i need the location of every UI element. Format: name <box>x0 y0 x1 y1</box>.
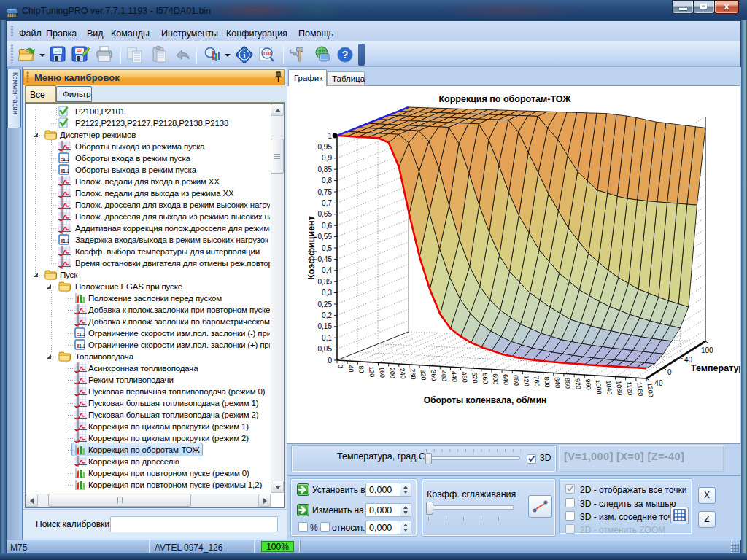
svg-text:1120: 1120 <box>625 381 634 396</box>
svg-text:560: 560 <box>481 373 489 384</box>
svg-text:0,5: 0,5 <box>322 244 332 252</box>
svg-text:?: ? <box>342 49 349 61</box>
svg-text:0,85: 0,85 <box>318 166 333 174</box>
svg-text:720: 720 <box>522 375 530 386</box>
svg-text:360: 360 <box>430 370 438 381</box>
svg-text:0,2: 0,2 <box>322 311 332 319</box>
svg-text:Температура: Температура <box>691 363 740 373</box>
svg-text:0: 0 <box>337 364 344 368</box>
svg-text:200: 200 <box>388 368 396 379</box>
svg-text:1.2: 1.2 <box>79 343 85 349</box>
svg-text:0,45: 0,45 <box>318 255 333 263</box>
svg-text:160: 160 <box>378 367 386 378</box>
svg-text:0,65: 0,65 <box>318 210 333 218</box>
svg-text:0,75: 0,75 <box>318 188 333 196</box>
svg-text:0,05: 0,05 <box>318 345 333 353</box>
svg-text:80: 80 <box>357 365 365 373</box>
svg-text:0,9: 0,9 <box>322 154 332 162</box>
svg-text:880: 880 <box>563 378 571 389</box>
svg-text:0,3: 0,3 <box>322 289 332 297</box>
svg-text:0,25: 0,25 <box>318 300 333 308</box>
svg-text:1: 1 <box>328 132 332 140</box>
svg-text:0,15: 0,15 <box>318 322 333 330</box>
svg-text:1160: 1160 <box>635 382 644 397</box>
svg-text:520: 520 <box>471 372 479 384</box>
svg-text:1.2: 1.2 <box>63 168 69 174</box>
svg-text:440: 440 <box>450 371 458 383</box>
svg-text:760: 760 <box>533 376 541 387</box>
svg-text:40: 40 <box>347 365 355 373</box>
svg-text:1.2: 1.2 <box>79 331 85 338</box>
svg-text:800: 800 <box>543 376 551 388</box>
svg-text:0: 0 <box>328 357 332 365</box>
svg-text:480: 480 <box>460 371 468 383</box>
svg-text:0,7: 0,7 <box>322 199 332 207</box>
svg-text:0,4: 0,4 <box>322 266 332 274</box>
svg-text:0,35: 0,35 <box>318 278 333 286</box>
svg-text:110: 110 <box>263 51 271 56</box>
svg-text:1.2: 1.2 <box>63 156 69 163</box>
svg-text:0: 0 <box>667 368 672 376</box>
svg-text:0,1: 0,1 <box>322 334 332 342</box>
svg-text:1040: 1040 <box>605 380 614 395</box>
svg-text:400: 400 <box>440 370 448 382</box>
svg-text:100: 100 <box>701 346 713 354</box>
svg-text:640: 640 <box>502 374 510 386</box>
svg-text:600: 600 <box>492 373 500 385</box>
svg-text:Коррекция по оборотам-ТОЖ: Коррекция по оборотам-ТОЖ <box>438 94 571 104</box>
svg-text:840: 840 <box>553 377 561 389</box>
svg-text:320: 320 <box>419 369 427 381</box>
svg-text:Коэффициент: Коэффициент <box>306 216 317 280</box>
svg-text:680: 680 <box>512 375 520 386</box>
svg-text:0,6: 0,6 <box>322 222 332 230</box>
svg-text:1000: 1000 <box>595 379 603 394</box>
svg-text:0,55: 0,55 <box>318 233 333 241</box>
svg-text:0,95: 0,95 <box>318 143 333 151</box>
svg-text:0,8: 0,8 <box>322 176 332 184</box>
svg-text:120: 120 <box>368 366 376 378</box>
svg-text:280: 280 <box>409 368 417 380</box>
svg-text:-40: -40 <box>652 379 663 387</box>
svg-text:960: 960 <box>584 378 592 390</box>
svg-text:920: 920 <box>574 378 582 390</box>
svg-text:Обороты коленвала, об/мин: Обороты коленвала, об/мин <box>424 395 547 405</box>
svg-text:1080: 1080 <box>615 381 624 396</box>
svg-text:1.2: 1.2 <box>63 238 69 244</box>
svg-text:240: 240 <box>398 368 406 379</box>
